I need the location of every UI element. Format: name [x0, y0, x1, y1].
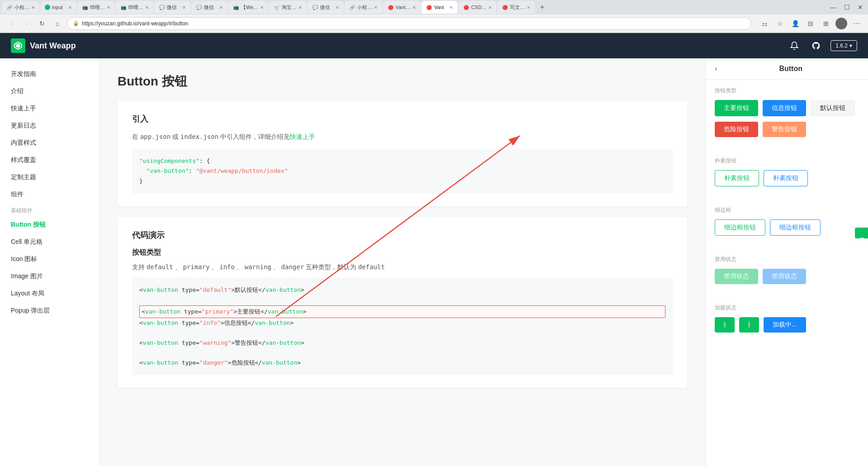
sidebar-item-cell[interactable]: Cell 单元格: [0, 233, 99, 251]
sidebar-item-components[interactable]: 组件: [0, 186, 99, 203]
tab-close[interactable]: ✕: [488, 5, 492, 10]
preview-section-disabled: 禁用状态 禁用状态 禁用状态: [706, 248, 868, 297]
tab-wechat3[interactable]: 💬 微信 ✕: [307, 1, 344, 14]
sidebar-item-quickstart[interactable]: 快速上手: [0, 100, 99, 117]
tab-close[interactable]: ✕: [335, 5, 339, 10]
tab-close[interactable]: ✕: [219, 5, 223, 10]
tab-close[interactable]: ✕: [107, 5, 110, 10]
sidebar-label: 开发指南: [11, 70, 36, 77]
preview-btn-warning[interactable]: 警告按钮: [763, 122, 806, 137]
intro-code: "usingComponents": { "van-button": "@van…: [132, 149, 673, 193]
tab-taobao[interactable]: 🛒 淘宝… ✕: [269, 1, 307, 14]
preview-btn-disabled-blue[interactable]: 禁用状态: [763, 269, 806, 284]
tab-close[interactable]: ✕: [68, 5, 72, 10]
github-button[interactable]: [809, 38, 823, 53]
tab-close[interactable]: ✕: [145, 5, 149, 10]
tab-vant2[interactable]: 🔴 Vant ✕: [421, 1, 458, 14]
spinner-icon: [724, 322, 726, 328]
preview-btn-info[interactable]: 信息按钮: [763, 100, 806, 116]
logo-icon: [11, 38, 25, 53]
preview-btn-disabled-green[interactable]: 禁用状态: [715, 269, 758, 284]
preview-btn-thin-blue[interactable]: 细边框按钮: [770, 219, 821, 236]
demo-card: 代码演示 按钮类型 支持 default 、 primary 、 info 、 …: [118, 217, 687, 388]
btn-types-label: 按钮类型: [132, 248, 673, 257]
tab-bili2[interactable]: 📺 哔哩… ✕: [116, 1, 153, 14]
intro-card: 引入 在 app.json 或 index.json 中引入组件，详细介绍见快速…: [118, 101, 687, 206]
app-logo: Vant Weapp: [11, 38, 76, 53]
new-tab-button[interactable]: +: [536, 1, 548, 14]
tab-input[interactable]: input ✕: [40, 1, 76, 14]
close-btn[interactable]: ✕: [854, 1, 866, 13]
preview-title: Button: [722, 65, 859, 73]
navbar-right: 1.6.2 ▾: [787, 38, 857, 53]
sidebar-label: Button 按钮: [11, 221, 46, 228]
tab-close[interactable]: ✕: [449, 5, 453, 10]
sidebar-item-changelog[interactable]: 更新日志: [0, 117, 99, 134]
sidebar-item-image[interactable]: Image 图片: [0, 268, 99, 285]
maximize-btn[interactable]: ☐: [841, 1, 853, 13]
bookmark2-icon[interactable]: ⊞: [820, 18, 832, 29]
preview-btn-loading-text[interactable]: 加载中...: [764, 317, 806, 333]
tab-close[interactable]: ✕: [31, 5, 35, 10]
preview-btn-default[interactable]: 默认按钮: [811, 100, 855, 116]
preview-btn-loading-green[interactable]: [715, 317, 735, 333]
home-button[interactable]: ⌂: [52, 18, 63, 29]
forward-button[interactable]: ›: [21, 18, 33, 29]
tab-we[interactable]: 📺 【We… ✕: [228, 1, 268, 14]
address-bar[interactable]: 🔒 https://youzan.github.io/vant-weapp/#/…: [67, 17, 751, 30]
tab-close[interactable]: ✕: [298, 5, 302, 10]
minimize-btn[interactable]: —: [827, 1, 839, 13]
tab-xiaocheng[interactable]: 🔗 小程… ✕: [2, 1, 39, 14]
back-button[interactable]: ‹: [5, 18, 17, 29]
star-icon[interactable]: ☆: [774, 18, 786, 29]
browser-chrome: 🔗 小程… ✕ input ✕ 📺 哔哩… ✕ 📺 哔哩… ✕ 💬 微信 ✕ 💬…: [0, 0, 868, 33]
feedback-tab[interactable]: 反馈: [855, 228, 868, 238]
sidebar-item-intro[interactable]: 介绍: [0, 83, 99, 100]
preview-btn-thin-green[interactable]: 细边框按钮: [715, 219, 765, 236]
sidebar-item-dev-guide[interactable]: 开发指南: [0, 66, 99, 83]
bookmark-icon[interactable]: ⊟: [805, 18, 816, 29]
sidebar-item-style-override[interactable]: 样式覆盖: [0, 152, 99, 169]
tab-close[interactable]: ✕: [527, 5, 530, 10]
profile-icon[interactable]: 👤: [789, 18, 801, 29]
tab-xiaocheng2[interactable]: 🔗 小程… ✕: [344, 1, 382, 14]
sidebar-item-layout[interactable]: Layout 布局: [0, 285, 99, 302]
preview-btn-danger[interactable]: 危险按钮: [715, 122, 758, 137]
tab-close[interactable]: ✕: [374, 5, 377, 10]
preview-panel: ‹ Button 按钮类型 主要按钮 信息按钮 默认按钮 危险按钮 警告按钮 朴…: [705, 58, 868, 466]
menu-icon[interactable]: ⋯: [851, 18, 863, 29]
version-badge[interactable]: 1.6.2 ▾: [830, 40, 857, 51]
tab-close[interactable]: ✕: [182, 5, 186, 10]
preview-section-plain: 朴素按钮 朴素按钮 朴素按钮: [706, 150, 868, 199]
demo-code-block: <van-button type="default">默认按钮</van-but…: [132, 278, 673, 375]
sidebar-item-custom-theme[interactable]: 定制主题: [0, 169, 99, 186]
notify-button[interactable]: [787, 38, 802, 53]
preview-btn-primary[interactable]: 主要按钮: [715, 100, 758, 116]
tab-vant1[interactable]: 🔴 Vant… ✕: [383, 1, 420, 14]
quickstart-link[interactable]: 快速上手: [290, 133, 315, 140]
tab-wechat2[interactable]: 💬 微信 ✕: [191, 1, 227, 14]
tab-bili1[interactable]: 📺 哔哩… ✕: [77, 1, 115, 14]
type-default2: default: [358, 263, 385, 271]
tab-close[interactable]: ✕: [412, 5, 416, 10]
preview-btn-plain-green[interactable]: 朴素按钮: [715, 170, 759, 186]
translate-icon[interactable]: ⚏: [759, 18, 770, 29]
tab-favicon: 🔴: [387, 4, 394, 10]
tab-wechat1[interactable]: 💬 微信 ✕: [154, 1, 190, 14]
user-avatar[interactable]: [835, 18, 847, 29]
tab-label: 小程…: [357, 4, 372, 11]
refresh-button[interactable]: ↻: [36, 18, 48, 29]
tab-csdn[interactable]: 🔴 CSD… ✕: [458, 1, 496, 14]
preview-btn-plain-blue[interactable]: 朴素按钮: [764, 170, 808, 186]
sidebar-item-icon[interactable]: Icon 图标: [0, 251, 99, 268]
preview-section-thin: 细边框 细边框按钮 细边框按钮: [706, 199, 868, 248]
sidebar-label: Cell 单元格: [11, 238, 42, 245]
tab-close[interactable]: ✕: [260, 5, 264, 10]
preview-back-button[interactable]: ‹: [715, 65, 717, 73]
preview-btn-loading-spinner[interactable]: [739, 317, 759, 333]
sidebar-item-popup[interactable]: Popup 弹出层: [0, 302, 99, 319]
svg-marker-1: [16, 43, 20, 48]
sidebar-item-button[interactable]: Button 按钮: [0, 216, 99, 233]
tab-write[interactable]: 🔴 写文… ✕: [497, 1, 535, 14]
sidebar-item-built-in[interactable]: 内置样式: [0, 134, 99, 152]
